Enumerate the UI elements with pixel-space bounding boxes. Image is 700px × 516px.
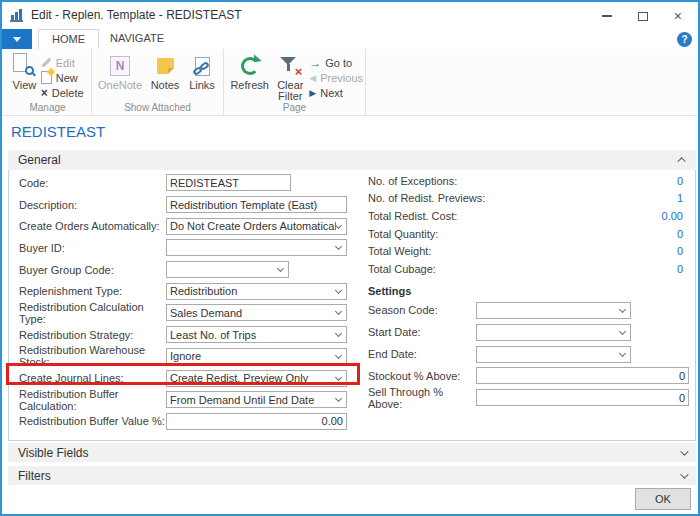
create-journal-lines-dropdown[interactable]: Create Redist. Preview Only <box>166 370 347 387</box>
buyer-group-code-dropdown[interactable] <box>166 261 289 278</box>
previous-button[interactable]: ◀ Previous <box>309 71 363 84</box>
ribbon-group-manage: View Edit New × Delete <box>4 49 92 115</box>
chevron-down-icon <box>335 330 342 337</box>
field-label: Stockout % Above: <box>368 370 476 382</box>
ok-button[interactable]: OK <box>635 488 691 510</box>
description-field[interactable] <box>166 196 347 213</box>
stat-label: Total Cubage: <box>368 263 677 275</box>
chevron-up-icon <box>677 157 685 165</box>
chevron-down-icon <box>619 328 626 335</box>
field-label: Buyer ID: <box>19 242 166 254</box>
general-section-header[interactable]: General <box>8 150 696 170</box>
end-date-dropdown[interactable] <box>476 346 631 363</box>
season-code-dropdown[interactable] <box>476 302 631 319</box>
total-quantity-value[interactable]: 0 <box>677 228 683 240</box>
edit-button[interactable]: Edit <box>41 56 89 69</box>
create-orders-automatically-dropdown[interactable]: Do Not Create Orders Automatically <box>166 218 347 235</box>
code-field[interactable] <box>166 174 291 191</box>
group-label-page: Page <box>224 102 365 113</box>
new-page-icon <box>41 71 52 84</box>
chevron-down-icon <box>335 308 342 315</box>
tab-home[interactable]: HOME <box>38 29 99 49</box>
stat-label: Total Weight: <box>368 245 677 257</box>
no-of-redist-previews-value[interactable]: 1 <box>677 192 683 204</box>
field-row: Stockout % Above: <box>350 365 695 387</box>
app-window: Edit - Replen. Template - REDISTEAST × H… <box>0 0 700 516</box>
ribbon-tab-row: HOME NAVIGATE ? <box>2 29 698 49</box>
chevron-down-icon <box>335 243 342 250</box>
group-label-manage: Manage <box>4 102 91 113</box>
clear-filter-button[interactable]: × Clear Filter <box>273 52 307 102</box>
links-button[interactable]: Links <box>186 52 218 91</box>
ribbon-group-page: Refresh × Clear Filter → Go to ◀ Previou… <box>224 49 366 115</box>
field-row: Redistribution Calculation Type: Sales D… <box>19 302 355 324</box>
replenishment-type-dropdown[interactable]: Redistribution <box>166 283 347 300</box>
chevron-down-icon <box>680 447 688 455</box>
chevron-down-icon <box>619 306 626 313</box>
app-chart-icon <box>10 9 23 22</box>
no-of-exceptions-value[interactable]: 0 <box>677 175 683 187</box>
redistribution-buffer-calculation-dropdown[interactable]: From Demand Until End Date <box>166 391 347 408</box>
chevron-down-icon <box>277 265 284 272</box>
field-label: Season Code: <box>368 304 476 316</box>
field-row: Buyer Group Code: <box>19 259 355 281</box>
chevron-down-icon <box>335 222 342 229</box>
settings-subheading: Settings <box>350 283 695 300</box>
field-row: End Date: <box>350 343 695 365</box>
field-row: Season Code: <box>350 300 695 322</box>
stat-row: Total Quantity: 0 <box>350 225 695 243</box>
visible-fields-section-header[interactable]: Visible Fields <box>8 443 696 462</box>
view-button[interactable]: View <box>8 52 41 99</box>
start-date-dropdown[interactable] <box>476 324 631 341</box>
app-menu-button[interactable] <box>2 29 32 49</box>
chevron-down-icon <box>335 287 342 294</box>
field-row: Redistribution Warehouse Stock: Ignore <box>19 346 355 368</box>
tab-navigate[interactable]: NAVIGATE <box>97 29 177 49</box>
close-icon[interactable]: × <box>674 10 682 22</box>
next-button[interactable]: ▶ Next <box>309 86 363 99</box>
redistribution-warehouse-stock-dropdown[interactable]: Ignore <box>166 348 347 365</box>
field-label: Start Date: <box>368 326 476 338</box>
redistribution-buffer-value-input[interactable] <box>166 413 347 430</box>
group-label-show-attached: Show Attached <box>92 102 223 113</box>
field-label: Code: <box>19 177 166 189</box>
pencil-icon <box>41 58 51 68</box>
delete-x-icon: × <box>41 87 48 99</box>
chevron-down-icon <box>619 350 626 357</box>
total-redist-cost-value[interactable]: 0.00 <box>662 210 683 222</box>
delete-button[interactable]: × Delete <box>41 86 89 99</box>
goto-button[interactable]: → Go to <box>309 56 363 69</box>
new-button[interactable]: New <box>41 71 89 84</box>
maximize-icon[interactable] <box>638 12 648 21</box>
total-cubage-value[interactable]: 0 <box>677 263 683 275</box>
field-row: Redistribution Buffer Value %: <box>19 411 355 433</box>
redistribution-calculation-type-dropdown[interactable]: Sales Demand <box>166 304 347 321</box>
notes-button[interactable]: Notes <box>148 52 182 91</box>
field-row: Replenishment Type: Redistribution <box>19 280 355 302</box>
general-left-column: Code: Description: Create Orders Automat… <box>19 172 355 432</box>
help-icon[interactable]: ? <box>677 32 692 47</box>
field-label: Redistribution Warehouse Stock: <box>19 344 166 368</box>
field-label: Replenishment Type: <box>19 285 166 297</box>
filters-section-header[interactable]: Filters <box>8 466 696 485</box>
refresh-button[interactable]: Refresh <box>228 52 271 102</box>
view-icon <box>13 52 35 80</box>
total-weight-value[interactable]: 0 <box>677 245 683 257</box>
field-label: End Date: <box>368 348 476 360</box>
field-row: Redistribution Strategy: Least No. of Tr… <box>19 324 355 346</box>
clear-filter-icon: × <box>278 52 302 80</box>
previous-arrow-icon: ◀ <box>309 73 316 83</box>
field-label: Buyer Group Code: <box>19 264 166 276</box>
minimize-icon[interactable] <box>602 15 612 17</box>
field-label: Create Orders Automatically: <box>19 220 166 232</box>
stockout-above-input[interactable] <box>476 367 689 384</box>
buyer-id-dropdown[interactable] <box>166 239 347 256</box>
field-label: Description: <box>19 199 166 211</box>
redistribution-strategy-dropdown[interactable]: Least No. of Trips <box>166 326 347 343</box>
window-title: Edit - Replen. Template - REDISTEAST <box>31 8 242 22</box>
stat-label: No. of Redist. Previews: <box>368 192 677 204</box>
titlebar: Edit - Replen. Template - REDISTEAST × <box>2 2 698 28</box>
onenote-button[interactable]: N OneNote <box>96 52 144 91</box>
sell-through-above-input[interactable] <box>476 389 689 406</box>
chevron-down-icon <box>335 352 342 359</box>
